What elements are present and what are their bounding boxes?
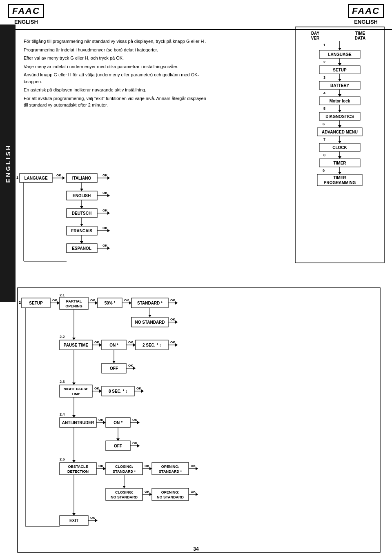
svg-marker-204 <box>122 486 126 488</box>
svg-text:OK: OK <box>132 441 137 445</box>
svg-text:NO STANDARD: NO STANDARD <box>135 320 165 325</box>
svg-marker-67 <box>107 194 110 197</box>
svg-text:OK: OK <box>94 340 99 344</box>
svg-marker-134 <box>133 343 136 347</box>
svg-marker-149 <box>72 383 76 385</box>
svg-marker-16 <box>338 79 341 81</box>
intro-p7: För att avsluta programmering, välj "exi… <box>24 95 212 109</box>
svg-marker-109 <box>129 301 131 305</box>
svg-marker-117 <box>148 315 151 317</box>
svg-text:OPENING:: OPENING: <box>161 465 180 469</box>
svg-text:OK: OK <box>90 516 95 520</box>
svg-text:OK: OK <box>102 209 107 212</box>
svg-text:ESPANOL: ESPANOL <box>72 246 91 251</box>
svg-marker-114 <box>175 301 178 305</box>
svg-text:OK: OK <box>94 387 99 390</box>
svg-text:DEUTSCH: DEUTSCH <box>72 211 91 216</box>
svg-text:LANGUAGE: LANGUAGE <box>24 176 48 180</box>
svg-text:8: 8 <box>323 153 325 157</box>
svg-text:ENGLISH: ENGLISH <box>73 193 91 198</box>
svg-marker-209 <box>149 493 152 496</box>
svg-text:2 SEC. * ↕: 2 SEC. * ↕ <box>143 343 161 347</box>
svg-marker-142 <box>112 361 116 363</box>
svg-text:OK: OK <box>136 387 141 390</box>
svg-text:OK: OK <box>170 298 175 302</box>
svg-marker-31 <box>338 125 341 128</box>
svg-marker-121 <box>175 320 178 324</box>
intro-text: För tillgång till programmering när stan… <box>24 38 212 109</box>
svg-text:OK: OK <box>56 173 61 177</box>
svg-text:PAUSE TIME: PAUSE TIME <box>64 343 89 347</box>
svg-text:TIME: TIME <box>355 31 365 36</box>
intro-p3: Efter val av meny tryck G eller H, och t… <box>24 55 212 62</box>
svg-marker-6 <box>338 48 341 50</box>
svg-text:OK: OK <box>98 418 103 422</box>
svg-text:OK: OK <box>132 418 137 422</box>
svg-text:OPENING:: OPENING: <box>161 490 180 494</box>
logo-right: FAAC ENGLISH <box>348 4 384 25</box>
sidebar: ENGLISH <box>0 24 16 302</box>
svg-text:ADVANCED MENU: ADVANCED MENU <box>322 130 358 134</box>
svg-marker-160 <box>141 389 144 393</box>
svg-marker-77 <box>80 224 83 226</box>
svg-text:7: 7 <box>323 138 325 142</box>
svg-marker-176 <box>116 438 120 441</box>
svg-text:1: 1 <box>16 176 18 180</box>
sidebar-label: ENGLISH <box>4 144 11 183</box>
svg-text:ON *: ON * <box>114 420 122 425</box>
svg-marker-218 <box>72 513 76 516</box>
svg-text:CLOSING:: CLOSING: <box>115 465 133 469</box>
svg-text:ITALIANO: ITALIANO <box>72 176 91 180</box>
svg-text:OK: OK <box>98 464 103 468</box>
svg-text:2.4: 2.4 <box>60 412 65 416</box>
svg-text:OK: OK <box>191 490 196 494</box>
svg-text:LANGUAGE: LANGUAGE <box>328 52 352 57</box>
intro-p2: Programmering är indelat i huvudmenyer (… <box>24 47 212 53</box>
svg-text:BATTERY: BATTERY <box>330 83 349 88</box>
svg-text:2.5: 2.5 <box>60 457 65 461</box>
svg-text:6: 6 <box>323 122 325 126</box>
svg-text:OK: OK <box>52 298 57 302</box>
logo-left: FAAC ENGLISH <box>8 4 44 25</box>
svg-marker-97 <box>57 301 60 305</box>
intro-p6: En asterisk på displayen indikerar nuvar… <box>24 87 212 93</box>
svg-text:OK: OK <box>170 318 175 321</box>
svg-text:OK: OK <box>128 364 133 367</box>
svg-text:50% *: 50% * <box>105 301 116 305</box>
svg-marker-41 <box>338 156 341 159</box>
svg-text:OK: OK <box>124 298 129 302</box>
svg-text:PARTIAL: PARTIAL <box>66 299 82 303</box>
svg-text:NO STANDARD: NO STANDARD <box>111 495 138 499</box>
svg-text:OBSTACLE: OBSTACLE <box>68 465 88 469</box>
svg-marker-55 <box>62 176 65 180</box>
svg-text:1: 1 <box>323 43 325 47</box>
svg-marker-84 <box>80 241 83 244</box>
intro-p5: Använd knapp G eller H för att välja (un… <box>24 71 212 85</box>
svg-marker-70 <box>80 206 83 209</box>
svg-marker-124 <box>72 338 76 340</box>
svg-marker-26 <box>338 110 341 112</box>
svg-text:TIMER: TIMER <box>333 176 346 180</box>
svg-text:STANDARD *: STANDARD * <box>137 301 163 305</box>
svg-text:5: 5 <box>323 107 325 111</box>
svg-text:EXIT: EXIT <box>69 518 78 523</box>
svg-text:PROGRAMMING: PROGRAMMING <box>324 180 356 185</box>
svg-text:OK: OK <box>102 173 107 177</box>
intro-p1: För tillgång till programmering när stan… <box>24 38 212 45</box>
svg-text:CLOSING:: CLOSING: <box>115 490 133 494</box>
intro-p4: Varje meny är indelat i undermenyer med … <box>24 63 212 70</box>
svg-marker-11 <box>338 63 341 66</box>
svg-text:NIGHT PAUSE: NIGHT PAUSE <box>64 387 89 391</box>
svg-marker-180 <box>137 444 140 447</box>
menu-diagram: DAY VER TIME DATA 1 LANGUAGE 2 SETUP 3 B… <box>295 27 385 263</box>
svg-text:OK: OK <box>191 464 196 468</box>
svg-marker-81 <box>107 229 110 232</box>
svg-text:STANDARD *: STANDARD * <box>113 469 136 474</box>
svg-marker-215 <box>196 493 198 496</box>
svg-marker-139 <box>175 343 178 347</box>
svg-text:2.2: 2.2 <box>60 335 65 339</box>
svg-text:DIAGNOSTICS: DIAGNOSTICS <box>325 114 354 119</box>
svg-marker-201 <box>196 467 198 470</box>
svg-text:OFF: OFF <box>114 444 122 448</box>
svg-text:4: 4 <box>323 91 325 95</box>
